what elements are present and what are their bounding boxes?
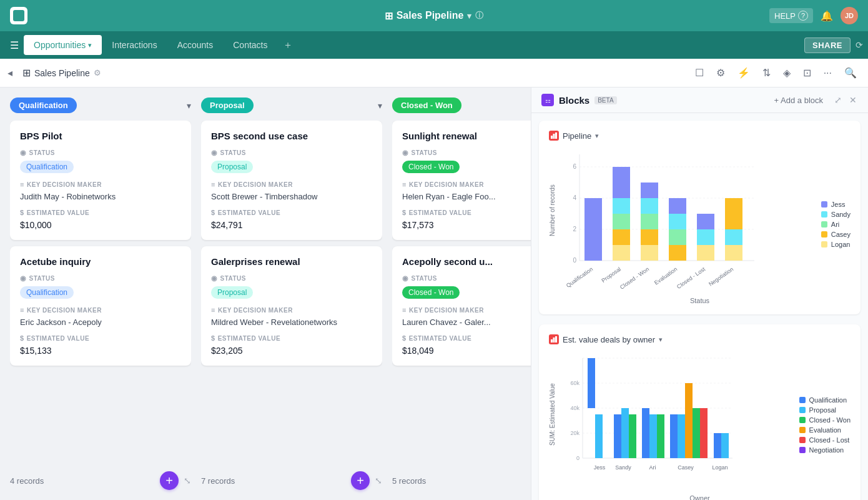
toolbar-actions: ☐ ⚙ ⚡ ⇅ ◈ ⊡ ··· 🔍: [691, 63, 861, 82]
legend-ari: Ari: [821, 221, 851, 228]
expand-column-icon[interactable]: ⤡: [184, 476, 191, 486]
avatar[interactable]: JD: [841, 7, 858, 24]
status-badge: Proposal: [211, 286, 253, 299]
sidebar-toggle-icon[interactable]: ◂: [7, 67, 12, 79]
app-logo[interactable]: [10, 7, 27, 24]
expand-column-icon[interactable]: ⤡: [375, 476, 382, 486]
svg-text:Negotiation: Negotiation: [708, 266, 734, 287]
card-title: Acepolly second u...: [402, 256, 531, 267]
svg-rect-12: [584, 198, 602, 261]
qualification-footer: 4 records + ⤡: [10, 466, 191, 490]
kanban-board: Qualification ▾ BPS Pilot ◉ STATUS Quali…: [0, 88, 531, 500]
legend-jess: Jess: [821, 201, 851, 208]
help-label: HELP: [774, 11, 796, 21]
svg-rect-62: [685, 383, 693, 458]
svg-text:40k: 40k: [570, 405, 579, 411]
card-title: Sunlight renewal: [402, 131, 531, 141]
status-field-icon: ◉: [20, 274, 27, 282]
search-icon[interactable]: 🔍: [841, 63, 861, 82]
value-label: $ ESTIMATED VALUE: [402, 334, 531, 342]
svg-text:Logan: Logan: [712, 464, 727, 471]
settings-icon[interactable]: ⚙: [713, 63, 729, 82]
add-card-button[interactable]: +: [351, 471, 370, 490]
notification-bell-icon[interactable]: 🔔: [821, 10, 833, 22]
card-acetube-inquiry[interactable]: Acetube inquiry ◉ STATUS Qualification ≡…: [10, 246, 191, 366]
help-button[interactable]: HELP ?: [769, 8, 813, 23]
card-galerprises-renewal[interactable]: Galerprises renewal ◉ STATUS Proposal ≡ …: [201, 246, 382, 366]
closed-won-badge[interactable]: Closed - Won: [392, 98, 461, 113]
svg-rect-55: [621, 408, 629, 458]
legend-label-proposal: Proposal: [809, 406, 836, 414]
value-label: $ ESTIMATED VALUE: [20, 209, 181, 216]
blocks-panel: ⚏ Blocks BETA + Add a block ⤢ ✕: [531, 88, 868, 500]
export-icon[interactable]: ⊡: [799, 63, 815, 82]
decision-maker-label: ≡ KEY DECISION MAKER: [402, 306, 531, 314]
checkbox-icon[interactable]: ☐: [691, 63, 708, 82]
close-panel-icon[interactable]: ✕: [848, 94, 858, 106]
filter-icon[interactable]: ⚡: [734, 63, 754, 82]
legend-label-sandy: Sandy: [831, 211, 851, 218]
svg-text:20k: 20k: [570, 430, 579, 436]
svg-rect-0: [551, 136, 553, 139]
value-field-icon: $: [20, 334, 24, 342]
svg-rect-23: [669, 198, 686, 214]
legend-label-qualification: Qualification: [809, 396, 847, 404]
svg-rect-19: [641, 198, 658, 214]
add-tab-button[interactable]: ＋: [278, 36, 298, 54]
qualification-badge[interactable]: Qualification: [10, 98, 77, 113]
svg-rect-28: [697, 229, 714, 245]
add-card-button[interactable]: +: [160, 471, 179, 490]
title-info-icon[interactable]: ⓘ: [475, 10, 483, 21]
more-icon[interactable]: ···: [820, 64, 836, 82]
svg-rect-41: [555, 336, 557, 342]
svg-text:6: 6: [573, 163, 576, 170]
svg-text:Qualification: Qualification: [565, 266, 594, 289]
tab-opportunities[interactable]: Opportunities ▾: [24, 35, 102, 55]
expand-panel-icon[interactable]: ⤢: [833, 94, 843, 106]
add-block-label: + Add a block: [774, 96, 823, 105]
title-dropdown-icon[interactable]: ▾: [467, 11, 471, 21]
estvalue-x-axis-label: Owner: [549, 494, 851, 500]
pipeline-chart-title: Pipeline: [563, 131, 591, 141]
proposal-cards: BPS second use case ◉ STATUS Proposal ≡ …: [201, 121, 382, 460]
card-acepolly-second[interactable]: Acepolly second u... ◉ STATUS Closed - W…: [392, 246, 531, 366]
estvalue-chart-dropdown-icon[interactable]: ▾: [659, 336, 663, 344]
pipeline-chart-dropdown-icon[interactable]: ▾: [595, 132, 599, 140]
estvalue-chart-container: 0 20k 40k 60k: [561, 352, 794, 492]
legend-dot-negotiation: [799, 447, 806, 453]
column-header-closed-won: Closed - Won ▾: [392, 98, 531, 113]
svg-rect-61: [678, 414, 685, 458]
column-chevron-proposal[interactable]: ▾: [378, 101, 382, 111]
decision-maker-label: ≡ KEY DECISION MAKER: [211, 306, 372, 314]
estvalue-chart-header: Est. value deals by owner ▾: [549, 334, 851, 344]
card-title: BPS Pilot: [20, 131, 181, 141]
proposal-badge[interactable]: Proposal: [201, 98, 254, 113]
value-label: $ ESTIMATED VALUE: [20, 334, 181, 342]
sort-icon[interactable]: ⇅: [759, 63, 774, 82]
estvalue-chart-title: Est. value deals by owner: [563, 335, 655, 344]
svg-rect-30: [725, 198, 742, 229]
tab-interactions[interactable]: Interactions: [102, 35, 167, 55]
card-sunlight-renewal[interactable]: Sunlight renewal ◉ STATUS Closed - Won ≡…: [392, 121, 531, 240]
card-bps-pilot[interactable]: BPS Pilot ◉ STATUS Qualification ≡ KEY D…: [10, 121, 191, 240]
pipeline-chart-icon: [549, 131, 559, 141]
history-icon[interactable]: ⟳: [856, 40, 863, 50]
view-name-button[interactable]: ⊞ Sales Pipeline ⚙: [17, 64, 106, 81]
second-navigation: ☰ Opportunities ▾ Interactions Accounts …: [0, 31, 868, 59]
records-count: 5 records: [392, 476, 426, 486]
column-chevron-qualification[interactable]: ▾: [187, 101, 191, 111]
value-field-icon: $: [211, 334, 215, 342]
color-icon[interactable]: ◈: [779, 63, 794, 82]
toolbar: ◂ ⊞ Sales Pipeline ⚙ ☐ ⚙ ⚡ ⇅ ◈ ⊡ ··· 🔍: [0, 59, 868, 88]
tab-accounts[interactable]: Accounts: [167, 35, 224, 55]
add-block-button[interactable]: + Add a block: [774, 96, 823, 105]
legend-dot-casey: [821, 231, 827, 238]
share-button[interactable]: SHARE: [804, 38, 851, 53]
legend-label-jess: Jess: [831, 201, 846, 208]
pipeline-x-axis-label: Status: [549, 297, 851, 304]
hamburger-menu-icon[interactable]: ☰: [5, 34, 24, 56]
tab-contacts[interactable]: Contacts: [223, 35, 277, 55]
value-field-icon: $: [20, 209, 24, 216]
card-bps-second[interactable]: BPS second use case ◉ STATUS Proposal ≡ …: [201, 121, 382, 240]
legend-negotiation: Negotiation: [799, 446, 851, 454]
